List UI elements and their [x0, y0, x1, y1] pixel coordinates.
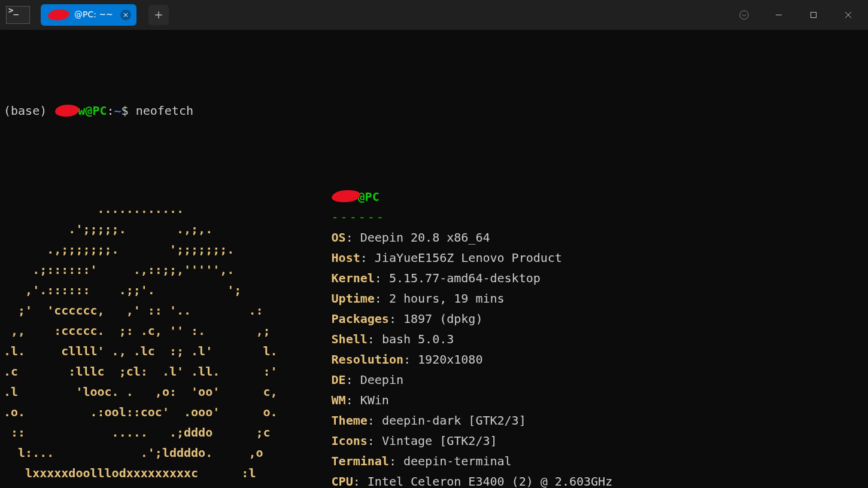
prompt-line: (base) w@PC:~$ neofetch: [4, 100, 863, 121]
neofetch-key: Terminal: [332, 454, 389, 468]
neofetch-key: Resolution: [332, 352, 403, 367]
neofetch-value: Deepin: [360, 373, 403, 387]
neofetch-key: OS: [332, 230, 346, 245]
neofetch-value: 1920x1080: [418, 352, 482, 367]
neofetch-value: 2 hours, 19 mins: [389, 291, 505, 306]
neofetch-value: KWin: [360, 393, 389, 407]
neofetch-key: Uptime: [332, 291, 375, 306]
neofetch-key: Kernel: [332, 271, 375, 285]
neofetch-row: Uptime: 2 hours, 19 mins: [332, 288, 613, 309]
svg-point-0: [740, 11, 748, 19]
neofetch-value: Intel Celeron E3400 (2) @ 2.603GHz: [368, 474, 612, 488]
maximize-button[interactable]: [796, 0, 831, 30]
svg-rect-1: [811, 13, 817, 18]
minimize-button[interactable]: [761, 0, 796, 30]
neofetch-value: 5.15.77-amd64-desktop: [389, 271, 541, 285]
neofetch-username-redacted: [331, 189, 361, 203]
neofetch-value: deepin-terminal: [403, 454, 512, 468]
neofetch-value: deepin-dark [GTK2/3]: [382, 413, 526, 428]
neofetch-row: Shell: bash 5.0.3: [332, 329, 613, 349]
neofetch-value: JiaYueE156Z Lenovo Product: [375, 251, 562, 265]
neofetch-key: Theme: [332, 413, 368, 428]
prompt-path: ~: [114, 103, 122, 118]
tab-close-button[interactable]: [120, 10, 131, 20]
neofetch-key: Host: [332, 251, 360, 265]
neofetch-key: DE: [332, 373, 346, 387]
neofetch-row: Icons: Vintage [GTK2/3]: [332, 431, 613, 451]
neofetch-separator: ------: [332, 207, 613, 227]
neofetch-key: CPU: [332, 474, 353, 488]
neofetch-header: @PC: [332, 190, 380, 204]
neofetch-row: WM: KWin: [332, 390, 613, 410]
dropdown-button[interactable]: [730, 0, 758, 30]
neofetch-value: Deepin 20.8 x86_64: [360, 230, 490, 245]
neofetch-row: DE: Deepin: [332, 370, 613, 390]
close-window-button[interactable]: [831, 0, 866, 30]
neofetch-ascii-logo: ............ .';;;;;. .,;,. .,;;;;;;;. '…: [4, 199, 278, 488]
neofetch-value: bash 5.0.3: [382, 332, 454, 346]
neofetch-row: Packages: 1897 (dpkg): [332, 309, 613, 329]
neofetch-key: WM: [332, 393, 346, 407]
tab-active[interactable]: @PC: ~~: [41, 4, 136, 26]
neofetch-value: Vintage [GTK2/3]: [382, 434, 497, 448]
tab-username-redacted: [47, 8, 70, 22]
neofetch-row: Theme: deepin-dark [GTK2/3]: [332, 410, 613, 431]
neofetch-key: Icons: [332, 434, 368, 448]
neofetch-row: OS: Deepin 20.8 x86_64: [332, 227, 613, 248]
neofetch-row: CPU: Intel Celeron E3400 (2) @ 2.603GHz: [332, 471, 613, 488]
prompt-user-host: w@PC: [78, 103, 107, 118]
neofetch-info: @PC ------ OS: Deepin 20.8 x86_64Host: J…: [332, 187, 613, 488]
neofetch-row: Terminal: deepin-terminal: [332, 451, 613, 471]
app-terminal-icon: [6, 6, 30, 24]
neofetch-value: 1897 (dpkg): [403, 312, 482, 326]
neofetch-row: Host: JiaYueE156Z Lenovo Product: [332, 248, 613, 268]
prompt-env: (base): [4, 103, 54, 118]
terminal-viewport[interactable]: (base) w@PC:~$ neofetch ............ .';…: [0, 30, 868, 488]
prompt-command: neofetch: [136, 103, 193, 118]
prompt-username-redacted: [55, 104, 80, 118]
neofetch-row: Kernel: 5.15.77-amd64-desktop: [332, 268, 613, 288]
tab-title: @PC: ~~: [74, 8, 113, 22]
window-controls: [730, 0, 866, 30]
titlebar: @PC: ~~: [0, 0, 868, 30]
neofetch-row: Resolution: 1920x1080: [332, 349, 613, 370]
neofetch-key: Packages: [332, 312, 389, 326]
neofetch-key: Shell: [332, 332, 368, 346]
new-tab-button[interactable]: [148, 5, 169, 25]
